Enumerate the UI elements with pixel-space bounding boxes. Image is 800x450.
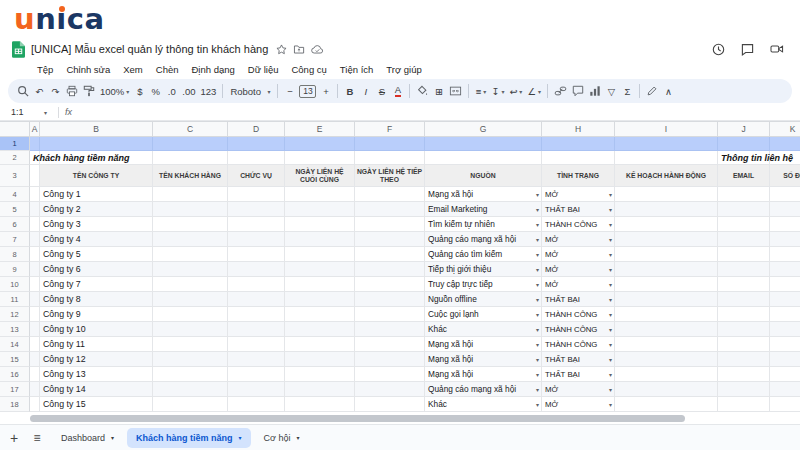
cell-J2[interactable]: Thông tin liên hệ bbox=[718, 151, 770, 165]
meet-icon[interactable] bbox=[770, 43, 784, 55]
cell-E16[interactable] bbox=[285, 367, 355, 382]
scrollbar-thumb[interactable] bbox=[30, 415, 685, 422]
cell-K11[interactable] bbox=[770, 292, 800, 307]
row-header-16[interactable]: 16 bbox=[0, 367, 30, 382]
cell-B12[interactable]: Công ty 9 bbox=[40, 307, 153, 322]
row-header-2[interactable]: 2 bbox=[0, 151, 30, 165]
fill-color-icon[interactable] bbox=[414, 82, 430, 100]
dropdown-caret-icon[interactable]: ▾ bbox=[536, 311, 539, 318]
cell-D12[interactable] bbox=[228, 307, 285, 322]
cell-A13[interactable] bbox=[30, 322, 40, 337]
cell-A15[interactable] bbox=[30, 352, 40, 367]
cell-F17[interactable] bbox=[355, 382, 425, 397]
cell-E1[interactable] bbox=[285, 137, 355, 151]
row-header-13[interactable]: 13 bbox=[0, 322, 30, 337]
cell-C1[interactable] bbox=[153, 137, 228, 151]
cell-J13[interactable] bbox=[718, 322, 770, 337]
cell-K3[interactable]: SỐ ĐI bbox=[770, 165, 800, 187]
cell-F10[interactable] bbox=[355, 277, 425, 292]
cell-C18[interactable] bbox=[153, 397, 228, 412]
dropdown-caret-icon[interactable]: ▾ bbox=[536, 221, 539, 228]
formula-input[interactable] bbox=[72, 104, 800, 120]
dropdown-caret-icon[interactable]: ▾ bbox=[536, 341, 539, 348]
dropdown-caret-icon[interactable]: ▾ bbox=[609, 266, 612, 273]
cell-A3[interactable] bbox=[30, 165, 40, 187]
cell-D8[interactable] bbox=[228, 247, 285, 262]
cell-J12[interactable] bbox=[718, 307, 770, 322]
cell-B4[interactable]: Công ty 1 bbox=[40, 187, 153, 202]
cell-F18[interactable] bbox=[355, 397, 425, 412]
cell-J7[interactable] bbox=[718, 232, 770, 247]
cell-B7[interactable]: Công ty 4 bbox=[40, 232, 153, 247]
row-header-3[interactable]: 3 bbox=[0, 165, 30, 187]
row-header-7[interactable]: 7 bbox=[0, 232, 30, 247]
cell-A8[interactable] bbox=[30, 247, 40, 262]
cell-K1[interactable] bbox=[770, 137, 800, 151]
cell-F9[interactable] bbox=[355, 262, 425, 277]
row-header-18[interactable]: 18 bbox=[0, 397, 30, 412]
cell-J3[interactable]: EMAIL bbox=[718, 165, 770, 187]
cell-D11[interactable] bbox=[228, 292, 285, 307]
cell-E15[interactable] bbox=[285, 352, 355, 367]
hide-menus-icon[interactable]: ∧ bbox=[661, 82, 676, 100]
cell-H2[interactable] bbox=[542, 151, 615, 165]
cell-D16[interactable] bbox=[228, 367, 285, 382]
cell-F4[interactable] bbox=[355, 187, 425, 202]
cell-C12[interactable] bbox=[153, 307, 228, 322]
cell-H6[interactable]: THÀNH CÔNG▾ bbox=[542, 217, 615, 232]
cell-A4[interactable] bbox=[30, 187, 40, 202]
row-header-10[interactable]: 10 bbox=[0, 277, 30, 292]
redo-icon[interactable]: ↷ bbox=[48, 82, 63, 100]
cell-A11[interactable] bbox=[30, 292, 40, 307]
dropdown-caret-icon[interactable]: ▾ bbox=[536, 266, 539, 273]
cell-D13[interactable] bbox=[228, 322, 285, 337]
cell-B17[interactable]: Công ty 14 bbox=[40, 382, 153, 397]
dropdown-caret-icon[interactable]: ▾ bbox=[609, 386, 612, 393]
borders-icon[interactable]: ⊞ bbox=[431, 82, 446, 100]
menu-tools[interactable]: Công cụ bbox=[291, 64, 326, 75]
add-sheet-button[interactable]: + bbox=[5, 430, 23, 446]
cell-H14[interactable]: THÀNH CÔNG▾ bbox=[542, 337, 615, 352]
column-header-C[interactable]: C bbox=[153, 122, 228, 136]
column-header-E[interactable]: E bbox=[285, 122, 355, 136]
cell-J4[interactable] bbox=[718, 187, 770, 202]
percent-format-icon[interactable]: % bbox=[148, 82, 163, 100]
column-header-A[interactable]: A bbox=[30, 122, 40, 136]
editing-mode-icon[interactable] bbox=[644, 82, 660, 100]
cell-G14[interactable]: Mạng xã hội▾ bbox=[425, 337, 542, 352]
cell-H4[interactable]: MỞ▾ bbox=[542, 187, 615, 202]
cell-C5[interactable] bbox=[153, 202, 228, 217]
dropdown-caret-icon[interactable]: ▾ bbox=[609, 281, 612, 288]
row-header-6[interactable]: 6 bbox=[0, 217, 30, 232]
cell-H16[interactable]: THẤT BẠI▾ bbox=[542, 367, 615, 382]
decrease-decimals-icon[interactable]: .0 bbox=[164, 82, 179, 100]
cell-H17[interactable]: MỞ▾ bbox=[542, 382, 615, 397]
cell-J14[interactable] bbox=[718, 337, 770, 352]
number-format-icon[interactable]: 123 bbox=[199, 82, 219, 100]
cell-K4[interactable] bbox=[770, 187, 800, 202]
cell-C8[interactable] bbox=[153, 247, 228, 262]
cell-I5[interactable] bbox=[615, 202, 718, 217]
cell-G6[interactable]: Tìm kiếm tự nhiên▾ bbox=[425, 217, 542, 232]
cell-I17[interactable] bbox=[615, 382, 718, 397]
cell-G9[interactable]: Tiếp thị giới thiệu▾ bbox=[425, 262, 542, 277]
move-folder-icon[interactable] bbox=[293, 44, 305, 55]
cell-I18[interactable] bbox=[615, 397, 718, 412]
cell-I10[interactable] bbox=[615, 277, 718, 292]
cell-D5[interactable] bbox=[228, 202, 285, 217]
vertical-align-icon[interactable]: ↧▾ bbox=[489, 82, 506, 100]
cell-E11[interactable] bbox=[285, 292, 355, 307]
cell-B14[interactable]: Công ty 11 bbox=[40, 337, 153, 352]
cell-H8[interactable]: MỞ▾ bbox=[542, 247, 615, 262]
cell-I8[interactable] bbox=[615, 247, 718, 262]
text-color-icon[interactable]: A bbox=[390, 82, 405, 100]
dropdown-caret-icon[interactable]: ▾ bbox=[536, 296, 539, 303]
cell-F13[interactable] bbox=[355, 322, 425, 337]
dropdown-caret-icon[interactable]: ▾ bbox=[609, 311, 612, 318]
cell-C13[interactable] bbox=[153, 322, 228, 337]
cell-A9[interactable] bbox=[30, 262, 40, 277]
cell-I4[interactable] bbox=[615, 187, 718, 202]
cell-I13[interactable] bbox=[615, 322, 718, 337]
cell-A18[interactable] bbox=[30, 397, 40, 412]
comments-icon[interactable] bbox=[741, 43, 754, 56]
